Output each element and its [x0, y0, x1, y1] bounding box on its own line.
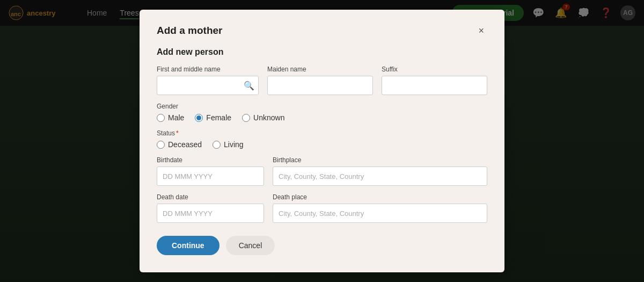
- birthplace-input[interactable]: [273, 167, 487, 186]
- modal-overlay: Add a mother × Add new person First and …: [0, 0, 644, 282]
- status-deceased-radio[interactable]: [157, 141, 165, 149]
- death-date-input[interactable]: [157, 204, 264, 223]
- cancel-button[interactable]: Cancel: [226, 236, 275, 255]
- status-section: Status* Deceased Living: [157, 129, 487, 149]
- maiden-name-input[interactable]: [267, 76, 373, 95]
- birthplace-group: Birthplace: [273, 156, 487, 186]
- add-new-person-title: Add new person: [157, 47, 487, 57]
- status-deceased-label: Deceased: [168, 140, 202, 149]
- death-place-input[interactable]: [273, 204, 487, 223]
- gender-unknown-radio[interactable]: [242, 114, 250, 122]
- suffix-input[interactable]: [382, 76, 487, 95]
- gender-female-radio[interactable]: [195, 114, 203, 122]
- status-living-label: Living: [224, 140, 244, 149]
- gender-male-option[interactable]: Male: [157, 113, 184, 122]
- status-radio-group: Deceased Living: [157, 140, 487, 149]
- name-row: First and middle name 🔍 Maiden name Suff…: [157, 66, 487, 95]
- gender-label: Gender: [157, 103, 487, 110]
- add-mother-modal: Add a mother × Add new person First and …: [140, 10, 504, 272]
- first-name-label: First and middle name: [157, 66, 259, 73]
- gender-radio-group: Male Female Unknown: [157, 113, 487, 122]
- first-name-wrapper: 🔍: [157, 76, 259, 95]
- birthdate-group: Birthdate: [157, 156, 264, 186]
- gender-male-label: Male: [168, 113, 184, 122]
- gender-unknown-option[interactable]: Unknown: [242, 113, 284, 122]
- birthdate-label: Birthdate: [157, 156, 264, 164]
- gender-section: Gender Male Female Unknown: [157, 103, 487, 122]
- status-label: Status: [157, 129, 175, 137]
- death-row: Death date Death place: [157, 193, 487, 223]
- maiden-name-group: Maiden name: [267, 66, 373, 95]
- maiden-name-label: Maiden name: [267, 66, 373, 73]
- status-label-row: Status*: [157, 129, 487, 137]
- death-date-label: Death date: [157, 193, 264, 201]
- status-living-option[interactable]: Living: [213, 140, 244, 149]
- modal-title: Add a mother: [157, 25, 222, 37]
- gender-female-label: Female: [206, 113, 231, 122]
- name-search-icon: 🔍: [244, 81, 254, 91]
- status-living-radio[interactable]: [213, 141, 221, 149]
- gender-unknown-label: Unknown: [253, 113, 284, 122]
- death-date-group: Death date: [157, 193, 264, 223]
- status-required-star: *: [176, 129, 179, 137]
- birthdate-input[interactable]: [157, 167, 264, 186]
- gender-male-radio[interactable]: [157, 114, 165, 122]
- suffix-label: Suffix: [382, 66, 487, 73]
- status-deceased-option[interactable]: Deceased: [157, 140, 202, 149]
- modal-close-button[interactable]: ×: [475, 25, 487, 37]
- gender-female-option[interactable]: Female: [195, 113, 231, 122]
- continue-button[interactable]: Continue: [157, 236, 219, 255]
- death-place-group: Death place: [273, 193, 487, 223]
- birth-row: Birthdate Birthplace: [157, 156, 487, 186]
- death-place-label: Death place: [273, 193, 487, 201]
- modal-header: Add a mother ×: [157, 25, 487, 37]
- modal-actions: Continue Cancel: [157, 236, 487, 255]
- suffix-group: Suffix: [382, 66, 487, 95]
- birthplace-label: Birthplace: [273, 156, 487, 164]
- first-name-group: First and middle name 🔍: [157, 66, 259, 95]
